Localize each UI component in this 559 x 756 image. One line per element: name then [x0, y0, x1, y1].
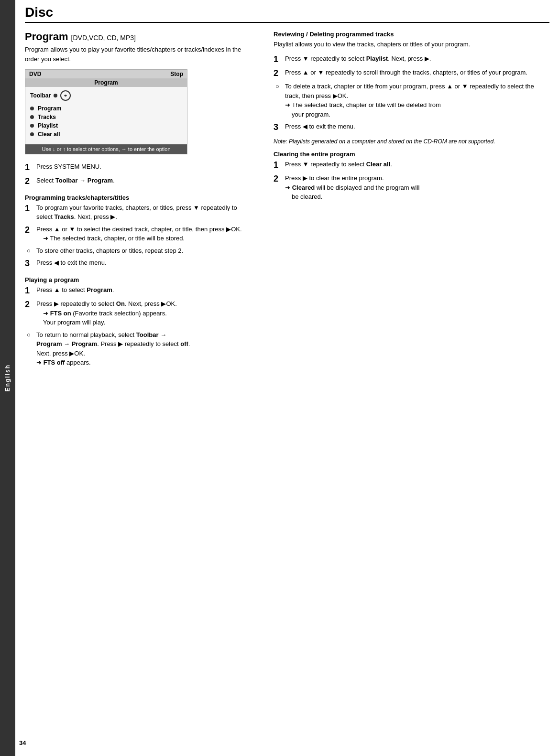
rev-bullet-content: To delete a track, chapter or title from… [285, 82, 549, 119]
sidebar-language-label: English [4, 364, 11, 391]
clear-step-2-content: Press ▶ to clear the entire program. ➜ C… [285, 173, 549, 202]
menu-item-clearall: Clear all [30, 130, 182, 139]
prog-step-1-content: To program your favorite tracks, chapter… [36, 203, 254, 222]
clear-step-1: 1 Press ▼ repeatedly to select Clear all… [274, 160, 549, 171]
programming-steps: 1 To program your favorite tracks, chapt… [25, 203, 254, 243]
play-step-num-2: 2 [25, 299, 33, 327]
menu-dot [30, 124, 34, 128]
rev-step-2-content: Press ▲ or ▼ repeatedly to scroll throug… [285, 68, 549, 79]
main-content: Disc Program [DVD,VCD, CD, MP3] Program … [15, 0, 559, 385]
program-intro: Program allows you to play your favorite… [25, 45, 254, 64]
dvd-menu-subheader: Program [25, 78, 187, 87]
bullet-symbol-2: ○ [27, 330, 33, 367]
intro-steps: 1 Press SYSTEM MENU. 2 Select Toolbar → … [25, 162, 254, 187]
prog-step-num-1: 1 [25, 203, 33, 222]
dvd-menu-items: Program Tracks Playlist Clear all [25, 104, 187, 141]
rev-step-num-3: 3 [274, 122, 282, 133]
menu-item-playlist: Playlist [30, 121, 182, 130]
step-1: 1 Press SYSTEM MENU. [25, 162, 254, 173]
rev-step-1-content: Press ▼ repeatedly to select Playlist. N… [285, 54, 549, 65]
menu-dot [30, 107, 34, 110]
program-format: [DVD,VCD, CD, MP3] [71, 34, 136, 42]
toolbar-label: Toolbar [30, 92, 51, 99]
clear-step-1-content: Press ▼ repeatedly to select Clear all. [285, 160, 549, 171]
reviewing-steps: 1 Press ▼ repeatedly to select Playlist.… [274, 54, 549, 79]
play-step-1: 1 Press ▲ to select Program. [25, 285, 254, 296]
columns-layout: Program [DVD,VCD, CD, MP3] Program allow… [25, 31, 549, 370]
stop-label: Stop [170, 71, 183, 77]
play-bullet-content: To return to normal playback, select Too… [36, 330, 190, 367]
dvd-menu-hint: Use ↓ or ↑ to select other options, → to… [25, 144, 187, 154]
bullet-symbol: ○ [27, 246, 33, 256]
prog-step-3: 3 Press ◀ to exit the menu. [25, 258, 254, 269]
playing-steps: 1 Press ▲ to select Program. 2 Press ▶ r… [25, 285, 254, 327]
prog-step-3-content: Press ◀ to exit the menu. [36, 258, 254, 269]
rev-step-num-1: 1 [274, 54, 282, 65]
play-bullet: ○ To return to normal playback, select T… [25, 330, 254, 367]
programming-section-header: Programming tracks/chapters/titles [25, 194, 254, 201]
dvd-label: DVD [29, 71, 41, 77]
play-step-num-1: 1 [25, 285, 33, 296]
note-text: Note: Playlists generated on a computer … [274, 137, 549, 146]
reviewing-intro: Playlist allows you to view the tracks, … [274, 40, 549, 49]
dvd-menu-header: DVD Stop [25, 70, 187, 78]
prog-step-1: 1 To program your favorite tracks, chapt… [25, 203, 254, 222]
rev-step-1: 1 Press ▼ repeatedly to select Playlist.… [274, 54, 549, 65]
play-step-2: 2 Press ▶ repeatedly to select On. Next,… [25, 299, 254, 327]
program-heading-block: Program [DVD,VCD, CD, MP3] [25, 31, 254, 43]
menu-item-tracks: Tracks [30, 113, 182, 121]
dvd-menu-toolbar-row: Toolbar [25, 89, 187, 102]
prog-step-num-3: 3 [25, 258, 33, 269]
prog-bullet-content: To store other tracks, chapters or title… [36, 246, 183, 256]
step-2-content: Select Toolbar → Program. [36, 176, 254, 187]
clear-step-num-1: 1 [274, 160, 282, 171]
toolbar-dot [54, 94, 57, 97]
sidebar: English [0, 0, 15, 756]
menu-dot [30, 132, 34, 136]
prog-step-num-2: 2 [25, 225, 33, 243]
bullet-symbol-3: ○ [275, 82, 282, 119]
step-1-content: Press SYSTEM MENU. [36, 162, 254, 173]
step-num-2: 2 [25, 176, 33, 187]
prog-step-2: 2 Press ▲ or ▼ to select the desired tra… [25, 225, 254, 243]
rev-step-2: 2 Press ▲ or ▼ repeatedly to scroll thro… [274, 68, 549, 79]
playing-section-header: Playing a program [25, 276, 254, 283]
program-title: Program [25, 31, 68, 43]
rev-step-num-2: 2 [274, 68, 282, 79]
rev-step-3: 3 Press ◀ to exit the menu. [274, 122, 549, 133]
toolbar-circle-icon [60, 90, 71, 101]
play-step-2-content: Press ▶ repeatedly to select On. Next, p… [36, 299, 254, 327]
menu-dot [30, 115, 34, 119]
rev-step-3-content: Press ◀ to exit the menu. [285, 122, 549, 133]
left-column: Program [DVD,VCD, CD, MP3] Program allow… [25, 31, 254, 370]
play-step-1-content: Press ▲ to select Program. [36, 285, 254, 296]
reviewing-header: Reviewing / Deleting programmed tracks [274, 31, 549, 38]
prog-step-2-content: Press ▲ or ▼ to select the desired track… [36, 225, 254, 243]
program-heading: Program [DVD,VCD, CD, MP3] [25, 31, 136, 43]
prog-bullet: ○ To store other tracks, chapters or tit… [25, 246, 254, 256]
clearing-steps: 1 Press ▼ repeatedly to select Clear all… [274, 160, 549, 202]
rev-bullet: ○ To delete a track, chapter or title fr… [274, 82, 549, 119]
clear-step-2: 2 Press ▶ to clear the entire program. ➜… [274, 173, 549, 202]
step-2: 2 Select Toolbar → Program. [25, 176, 254, 187]
clearing-header: Clearing the entire program [274, 151, 549, 158]
dvd-menu-box: DVD Stop Program Toolbar P [25, 69, 187, 154]
menu-item-program: Program [30, 104, 182, 113]
right-column: Reviewing / Deleting programmed tracks P… [274, 31, 549, 370]
page-number: 34 [19, 739, 26, 746]
clear-step-num-2: 2 [274, 173, 282, 202]
page-title: Disc [25, 5, 549, 23]
step-num-1: 1 [25, 162, 33, 173]
